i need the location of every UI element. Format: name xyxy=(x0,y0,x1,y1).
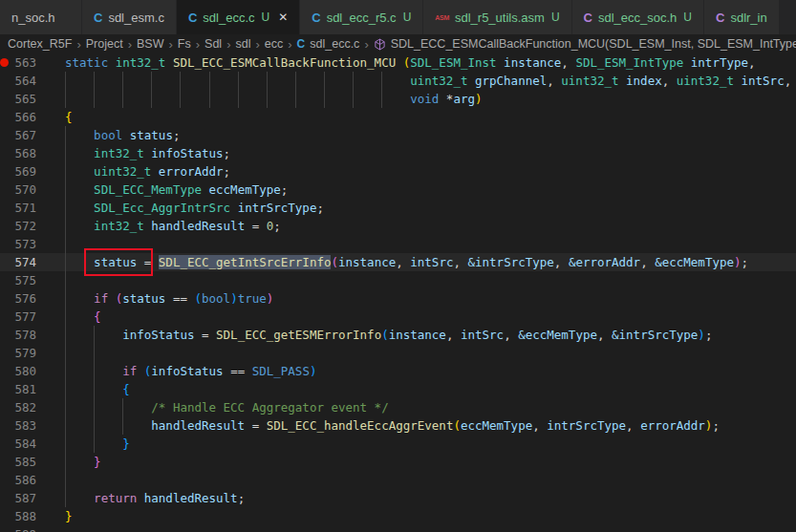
line-number[interactable]: 580 xyxy=(0,362,46,380)
line-number[interactable]: 574 xyxy=(0,253,46,271)
indent-guide xyxy=(209,90,210,108)
tab-n_soc.h[interactable]: n_soc.h xyxy=(0,0,82,34)
code-line[interactable]: 567 bool status; xyxy=(0,126,796,144)
code-line-text: { xyxy=(65,308,796,326)
code-line[interactable]: 582 /* Handle ECC Aggregator event */ xyxy=(0,398,796,416)
code-token: intSrc xyxy=(410,255,453,269)
code-line[interactable]: 583 handledResult = SDL_ECC_handleEccAgg… xyxy=(0,416,796,435)
line-number[interactable]: 573 xyxy=(0,235,46,253)
code-line-text: return handledResult; xyxy=(65,489,796,507)
line-number[interactable]: 576 xyxy=(0,289,46,308)
code-token: status xyxy=(122,291,165,306)
breadcrumb-item[interactable]: SDL_ECC_ESMCallBackFunction_MCU(SDL_ESM_… xyxy=(391,37,796,51)
breadcrumb-item[interactable]: Fs xyxy=(178,37,191,51)
code-line[interactable]: 584 } xyxy=(0,435,796,453)
code-line-text: int32_t infoStatus; xyxy=(65,144,796,162)
code-line[interactable]: 576 if (status == (bool)true) xyxy=(0,289,796,308)
line-number[interactable]: 565 xyxy=(0,90,46,108)
symbol-method-icon xyxy=(374,38,386,51)
line-number[interactable]: 584 xyxy=(0,435,46,453)
code-line[interactable]: 563static int32_t SDL_ECC_ESMCallBackFun… xyxy=(0,53,796,72)
indent-guide xyxy=(65,416,66,435)
code-line-text xyxy=(65,271,796,289)
code-line[interactable]: 575 xyxy=(0,271,796,289)
line-number[interactable]: 581 xyxy=(0,380,46,398)
line-number[interactable]: 587 xyxy=(0,489,46,507)
code-line[interactable]: 574 status = SDL_ECC_getIntSrcErrInfo(in… xyxy=(0,253,796,271)
code-line[interactable]: 573 xyxy=(0,235,796,253)
line-number[interactable]: 589 xyxy=(0,525,46,532)
code-line-text: /* Handle ECC Aggregator event */ xyxy=(65,398,796,416)
code-token: if xyxy=(122,364,137,378)
tab-untracked-badge: U xyxy=(262,11,270,24)
code-line[interactable]: 587 return handledResult; xyxy=(0,489,796,507)
code-line[interactable]: 581 { xyxy=(0,380,796,398)
line-number[interactable]: 572 xyxy=(0,217,46,235)
code-line[interactable]: 565 void *arg) xyxy=(0,90,796,108)
asm-file-icon: ASM xyxy=(435,14,449,21)
code-line[interactable]: 571 SDL_Ecc_AggrIntrSrc intrSrcType; xyxy=(0,199,796,217)
tab-sdl_ecc.c[interactable]: Csdl_ecc.cU✕ xyxy=(177,0,300,34)
code-line[interactable]: 580 if (infoStatus == SDL_PASS) xyxy=(0,362,796,380)
code-line[interactable]: 588} xyxy=(0,507,796,525)
indent-guide xyxy=(65,471,66,489)
line-number[interactable]: 570 xyxy=(0,181,46,199)
code-line[interactable]: 572 int32_t handledResult = 0; xyxy=(0,217,796,235)
line-number[interactable]: 566 xyxy=(0,108,46,126)
code-line[interactable]: 589 xyxy=(0,525,796,532)
line-number[interactable]: 564 xyxy=(0,72,46,90)
tab-sdl_ecc_soc.h[interactable]: Csdl_ecc_soc.hU xyxy=(572,0,704,34)
indent-guide xyxy=(65,289,66,308)
tab-sdlr_in[interactable]: Csdlr_in xyxy=(704,0,779,34)
code-line[interactable]: 585 } xyxy=(0,453,796,471)
line-number[interactable]: 575 xyxy=(0,271,46,289)
tab-close-icon[interactable]: ✕ xyxy=(278,11,288,24)
code-token: intSrc xyxy=(461,328,504,342)
breadcrumb-item[interactable]: Project xyxy=(86,37,123,51)
code-line[interactable]: 566{ xyxy=(0,108,796,126)
breadcrumb-item[interactable]: ecc xyxy=(265,37,283,51)
tab-label: sdlr_in xyxy=(730,11,766,25)
code-token xyxy=(108,291,116,306)
line-number[interactable]: 571 xyxy=(0,199,46,217)
line-number[interactable]: 577 xyxy=(0,308,46,326)
indent-guide xyxy=(353,72,354,90)
code-line[interactable]: 570 SDL_ECC_MemType eccMemType; xyxy=(0,181,796,199)
tab-sdl_r5_utils.asm[interactable]: ASMsdl_r5_utils.asmU xyxy=(423,0,571,34)
indent-guide xyxy=(65,489,66,507)
line-number[interactable]: 567 xyxy=(0,126,46,144)
code-line[interactable]: 586 xyxy=(0,471,796,489)
code-token xyxy=(108,55,116,70)
breadcrumb-item[interactable]: Cortex_R5F xyxy=(8,37,72,51)
line-number[interactable]: 588 xyxy=(0,507,46,525)
line-number[interactable]: 582 xyxy=(0,398,46,416)
line-number[interactable]: 583 xyxy=(0,416,46,435)
code-line-text: { xyxy=(65,380,796,398)
line-number[interactable]: 568 xyxy=(0,144,46,162)
vscode-window: n_soc.hCsdl_esm.cCsdl_ecc.cU✕Csdl_ecc_r5… xyxy=(0,0,796,532)
code-line[interactable]: 578 infoStatus = SDL_ECC_getESMErrorInfo… xyxy=(0,326,796,344)
code-editor[interactable]: 563static int32_t SDL_ECC_ESMCallBackFun… xyxy=(0,53,796,532)
breadcrumb-item[interactable]: sdl_ecc.c xyxy=(310,37,359,51)
line-number[interactable]: 586 xyxy=(0,471,46,489)
code-line[interactable]: 569 uint32_t errorAddr; xyxy=(0,162,796,181)
code-line[interactable]: 579 xyxy=(0,344,796,362)
breadcrumb-item[interactable]: Sdl xyxy=(204,37,222,51)
code-token: = xyxy=(137,255,159,269)
code-line[interactable]: 568 int32_t infoStatus; xyxy=(0,144,796,162)
line-number[interactable]: 579 xyxy=(0,344,46,362)
breadcrumb-separator: › xyxy=(364,37,368,52)
line-number[interactable]: 569 xyxy=(0,162,46,181)
code-line-text: if (status == (bool)true) xyxy=(65,289,796,308)
code-line-text: SDL_Ecc_AggrIntrSrc intrSrcType; xyxy=(65,199,796,217)
tab-sdl_ecc_r5.c[interactable]: Csdl_ecc_r5.cU xyxy=(300,0,423,34)
tab-sdl_esm.c[interactable]: Csdl_esm.c xyxy=(82,0,177,34)
breadcrumb-item[interactable]: sdl xyxy=(235,37,250,51)
breakpoint-icon[interactable] xyxy=(0,58,9,67)
breadcrumb-item[interactable]: BSW xyxy=(137,37,163,51)
code-line[interactable]: 564 uint32_t grpChannel, uint32_t index,… xyxy=(0,72,796,90)
code-line[interactable]: 577 { xyxy=(0,308,796,326)
line-number[interactable]: 585 xyxy=(0,453,46,471)
line-number[interactable]: 578 xyxy=(0,326,46,344)
indent-guide xyxy=(65,72,66,90)
